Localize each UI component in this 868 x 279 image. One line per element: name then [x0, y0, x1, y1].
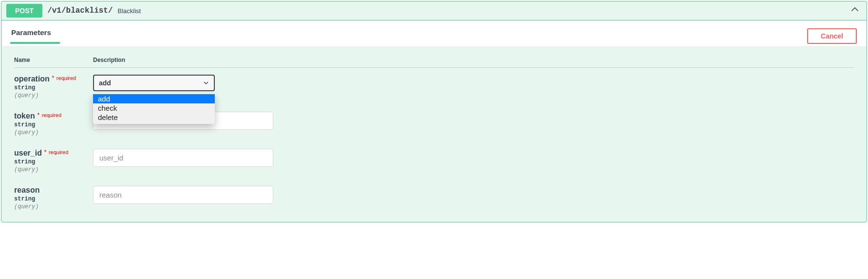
- param-name-operation: operation: [14, 75, 50, 83]
- operation-dropdown-panel: add check delete: [93, 93, 215, 124]
- operation-select[interactable]: add: [93, 75, 215, 91]
- parameters-tab[interactable]: Parameters: [11, 28, 51, 43]
- chevron-down-icon: [203, 80, 209, 86]
- param-in-token: (query): [14, 129, 93, 136]
- param-meta-reason: reason string (query): [14, 186, 93, 210]
- param-type-token: string: [14, 121, 93, 128]
- param-in-operation: (query): [14, 92, 93, 99]
- required-star-icon: *: [37, 111, 39, 119]
- column-header-name: Name: [14, 57, 93, 63]
- param-in-reason: (query): [14, 203, 93, 210]
- param-in-user-id: (query): [14, 166, 93, 173]
- required-label: required: [57, 75, 76, 81]
- param-type-operation: string: [14, 84, 93, 91]
- parameters-body: Name Description operation * required st…: [1, 47, 867, 222]
- collapse-toggle[interactable]: [850, 5, 860, 17]
- reason-input[interactable]: [93, 186, 273, 204]
- param-type-reason: string: [14, 196, 93, 202]
- endpoint-path: /v1/blacklist/: [47, 6, 113, 15]
- param-control-reason: [93, 186, 273, 204]
- endpoint-summary: Blacklist: [118, 7, 141, 15]
- column-header-description: Description: [93, 57, 125, 63]
- operation-option-delete[interactable]: delete: [93, 113, 215, 122]
- required-label: required: [42, 112, 61, 118]
- param-meta-user-id: user_id * required string (query): [14, 149, 93, 173]
- operation-select-value: add: [99, 79, 111, 87]
- param-control-user-id: [93, 149, 273, 167]
- param-meta-token: token * required string (query): [14, 112, 93, 136]
- param-name-user-id: user_id: [14, 149, 42, 157]
- method-badge: POST: [6, 4, 42, 18]
- opblock-post-blacklist: POST /v1/blacklist/ Blacklist Parameters…: [1, 1, 867, 222]
- endpoint-summary-row[interactable]: POST /v1/blacklist/ Blacklist: [1, 1, 867, 20]
- parameters-bar: Parameters Cancel: [1, 20, 867, 47]
- required-star-icon: *: [52, 74, 54, 81]
- required-star-icon: *: [44, 148, 46, 156]
- user-id-input[interactable]: [93, 149, 273, 167]
- chevron-up-icon: [850, 5, 860, 15]
- cancel-button[interactable]: Cancel: [807, 28, 857, 44]
- param-meta-operation: operation * required string (query): [14, 75, 93, 99]
- operation-option-check[interactable]: check: [93, 103, 215, 113]
- param-name-token: token: [14, 112, 35, 120]
- param-row-user-id: user_id * required string (query): [14, 149, 854, 173]
- param-row-reason: reason string (query): [14, 186, 854, 210]
- param-row-operation: operation * required string (query) add …: [14, 75, 854, 99]
- parameters-header-row: Name Description: [14, 57, 854, 68]
- required-label: required: [49, 149, 68, 155]
- param-name-reason: reason: [14, 186, 39, 194]
- param-type-user-id: string: [14, 159, 93, 165]
- operation-option-add[interactable]: add: [93, 94, 215, 103]
- param-control-operation: add add check delete: [93, 75, 273, 91]
